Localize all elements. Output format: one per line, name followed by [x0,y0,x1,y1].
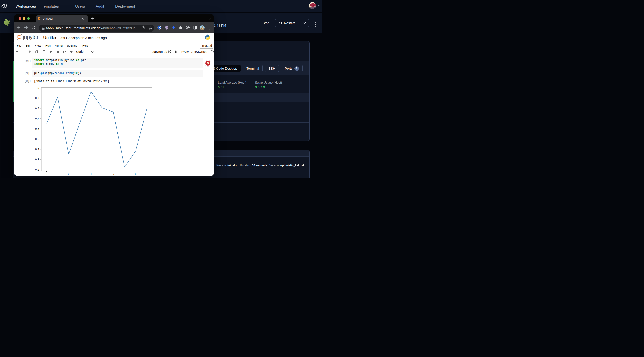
svg-text:1.0: 1.0 [35,86,39,90]
svg-text:6: 6 [112,172,114,176]
svg-text:0.7: 0.7 [35,117,39,120]
svg-text:0.9: 0.9 [35,96,39,100]
svg-text:4: 4 [90,172,92,176]
svg-text:0.5: 0.5 [35,138,39,141]
svg-text:0.8: 0.8 [35,107,39,110]
svg-text:0.6: 0.6 [35,127,39,130]
svg-text:0: 0 [46,172,47,176]
svg-text:2: 2 [68,172,70,176]
svg-text:0.4: 0.4 [35,148,39,151]
svg-text:8: 8 [135,172,136,176]
svg-text:0.3: 0.3 [35,158,39,161]
svg-text:0.2: 0.2 [35,168,39,172]
